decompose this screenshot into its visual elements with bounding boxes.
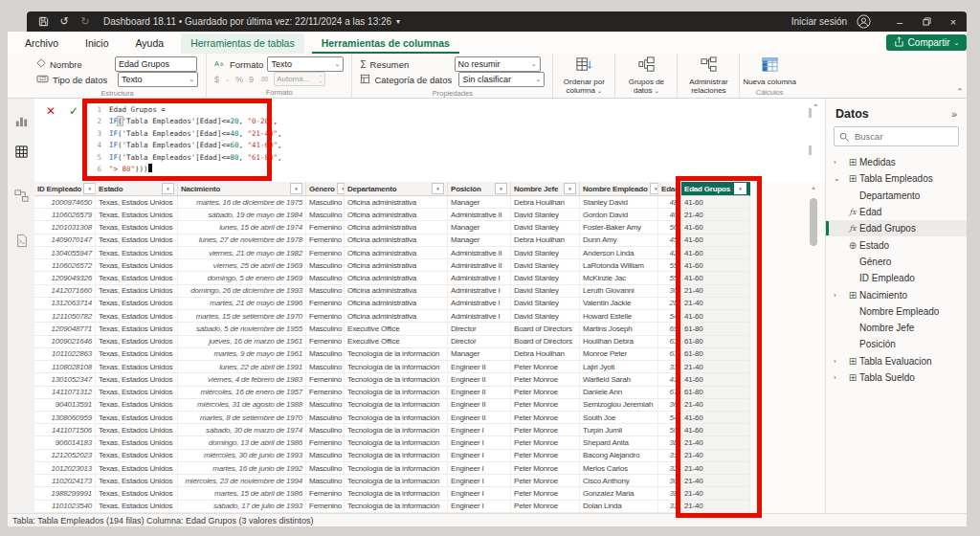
cell-edad[interactable]: 38 — [658, 436, 681, 449]
table-row[interactable]: 1301052347Texas, Estados Unidosviernes, … — [34, 373, 825, 386]
cell-nacimiento[interactable]: domingo, 5 de enero de 1969 — [178, 272, 306, 284]
cell-departamento[interactable]: Tecnología de la información — [345, 436, 448, 449]
decimals-icon[interactable]: .00 — [259, 76, 268, 82]
cell-id[interactable]: 1301052347 — [34, 373, 96, 386]
cell-estado[interactable]: Texas, Estados Unidos — [96, 501, 178, 513]
formula-scrollbar[interactable] — [809, 108, 812, 118]
cell-jefe[interactable]: Peter Monroe — [511, 462, 580, 475]
formula-line[interactable]: 3IF('Tabla Empleados'[Edad]<=40, "21-40"… — [90, 128, 806, 140]
cell-estado[interactable]: Texas, Estados Unidos — [96, 196, 178, 209]
cell-empleado[interactable]: Bacong Alejandro — [580, 450, 658, 462]
cell-jefe[interactable]: David Stanley — [511, 298, 580, 310]
formula-cancel-icon[interactable]: ✕ — [46, 104, 56, 118]
column-header-genero[interactable]: Género▾ — [306, 182, 345, 196]
table-row[interactable]: 1304055947Texas, Estados Unidosviernes, … — [34, 247, 825, 259]
cell-empleado[interactable]: McKinzie Jac — [580, 272, 658, 284]
filter-icon[interactable]: ▾ — [734, 183, 746, 194]
cell-nacimiento[interactable]: viernes, 25 de abril de 1969 — [178, 259, 306, 272]
cell-jefe[interactable]: Debra Houlihan — [511, 348, 580, 361]
expander-icon[interactable]: ⌄ — [834, 174, 846, 183]
currency-icon[interactable]: $ — [214, 75, 219, 84]
cell-jefe[interactable]: Peter Monroe — [511, 412, 580, 424]
model-view-icon[interactable] — [13, 188, 30, 204]
format-select[interactable]: Texto ⌄ — [267, 56, 344, 72]
cell-id[interactable]: 906014183 — [34, 436, 96, 449]
cell-jefe[interactable]: Debra Houlihan — [511, 234, 580, 247]
cell-estado[interactable]: Texas, Estados Unidos — [96, 373, 178, 386]
cell-grupos[interactable]: 21-40 — [681, 361, 750, 373]
table-row[interactable]: 1312063714Texas, Estados Unidosmartes, 2… — [34, 298, 825, 310]
table-row[interactable]: 1988299991Texas, Estados Unidosmartes, 1… — [34, 487, 825, 500]
cell-nacimiento[interactable]: domingo, 26 de diciembre de 1993 — [178, 285, 306, 298]
cell-posicion[interactable]: Engineer I — [448, 450, 511, 462]
cell-genero[interactable]: Femenino — [306, 373, 345, 386]
cell-empleado[interactable]: Merlos Carlos — [580, 462, 658, 475]
cell-edad[interactable]: 40 — [658, 209, 681, 221]
cell-genero[interactable]: Masculino — [306, 285, 345, 298]
column-name-input[interactable] — [115, 56, 197, 72]
cell-departamento[interactable]: Oficina administrativa — [345, 234, 448, 247]
cell-departamento[interactable]: Oficina administrativa — [345, 247, 448, 259]
cell-departamento[interactable]: Tecnología de la información — [345, 501, 448, 513]
filter-icon[interactable]: ▾ — [495, 183, 507, 194]
field-item-nacimiento[interactable]: ›⊞Nacimiento — [826, 286, 967, 302]
cell-grupos[interactable]: 41-60 — [681, 221, 750, 234]
cell-posicion[interactable]: Engineer I — [448, 487, 511, 500]
cell-estado[interactable]: Texas, Estados Unidos — [96, 285, 178, 298]
close-button[interactable]: × — [940, 11, 967, 32]
scroll-up-icon[interactable]: ▲ — [810, 185, 817, 190]
cell-grupos[interactable]: 21-40 — [681, 450, 750, 462]
cell-id[interactable]: 1411071506 — [34, 424, 96, 436]
cell-grupos[interactable]: 41-60 — [681, 196, 750, 209]
formula-accept-icon[interactable]: ✓ — [69, 104, 78, 118]
cell-posicion[interactable]: Engineer II — [448, 412, 511, 424]
cell-edad[interactable]: 41 — [658, 373, 681, 386]
cell-estado[interactable]: Texas, Estados Unidos — [96, 298, 178, 310]
cell-estado[interactable]: Texas, Estados Unidos — [96, 323, 178, 335]
cell-id[interactable]: 1201031308 — [34, 221, 96, 234]
tab-herramientas-de-tablas[interactable]: Herramientas de tablas — [181, 34, 304, 54]
cell-departamento[interactable]: Executive Office — [345, 323, 448, 335]
cell-nacimiento[interactable]: sábado, 17 de julio de 1993 — [178, 501, 306, 513]
cell-posicion[interactable]: Manager — [448, 234, 511, 247]
cell-departamento[interactable]: Executive Office — [345, 336, 448, 348]
report-view-icon[interactable] — [13, 113, 30, 129]
percent-icon[interactable]: % — [235, 75, 243, 84]
cell-departamento[interactable]: Oficina administrativa — [345, 272, 448, 284]
minimize-button[interactable]: – — [886, 11, 913, 32]
cell-jefe[interactable]: David Stanley — [511, 310, 580, 323]
cell-nacimiento[interactable]: martes, 9 de mayo de 1961 — [178, 348, 306, 361]
filter-icon[interactable]: ▾ — [290, 183, 302, 194]
cell-nacimiento[interactable]: lunes, 27 de noviembre de 1978 — [178, 234, 306, 247]
cell-id[interactable]: 1106026579 — [34, 209, 96, 221]
cell-departamento[interactable]: Tecnología de la información — [345, 487, 448, 500]
column-header-id[interactable]: ID Empleado▾ — [34, 182, 96, 196]
table-row[interactable]: 1411071312Texas, Estados Unidosmiércoles… — [34, 387, 825, 399]
cell-grupos[interactable]: 21-40 — [681, 475, 750, 487]
cell-nacimiento[interactable]: domingo, 13 de abril de 1986 — [178, 436, 306, 449]
column-header-posicion[interactable]: Posición▾ — [448, 182, 511, 196]
cell-genero[interactable]: Masculino — [306, 209, 345, 221]
thousands-icon[interactable]: 9 — [249, 75, 254, 84]
cell-posicion[interactable]: Engineer II — [448, 373, 511, 386]
field-item-nombre-jefe[interactable]: Nombre Jefe — [826, 320, 967, 336]
cell-posicion[interactable]: Administrative II — [448, 247, 511, 259]
cell-posicion[interactable]: Engineer I — [448, 462, 511, 475]
expander-icon[interactable]: › — [834, 291, 846, 300]
cell-empleado[interactable]: Martins Joseph — [580, 323, 658, 335]
cell-edad[interactable]: 63 — [658, 336, 681, 348]
cell-estado[interactable]: Texas, Estados Unidos — [96, 436, 178, 449]
table-row[interactable]: 1106026572Texas, Estados Unidosviernes, … — [34, 259, 825, 272]
data-groups-button[interactable]: Grupos de datos ⌄ — [618, 56, 674, 96]
cell-empleado[interactable]: Gordon David — [580, 209, 658, 221]
cell-genero[interactable]: Masculino — [306, 412, 345, 424]
cell-empleado[interactable]: South Joe — [580, 412, 658, 424]
cell-edad[interactable]: 48 — [658, 196, 681, 209]
cell-departamento[interactable]: Tecnología de la información — [345, 475, 448, 487]
cell-edad[interactable]: 42 — [658, 247, 681, 259]
cell-genero[interactable]: Masculino — [306, 323, 345, 335]
cell-departamento[interactable]: Oficina administrativa — [345, 196, 448, 209]
filter-icon[interactable]: ▾ — [650, 183, 658, 194]
cell-nacimiento[interactable]: lunes, 15 de abril de 1974 — [178, 221, 306, 234]
cell-grupos[interactable]: 61-80 — [681, 348, 750, 361]
